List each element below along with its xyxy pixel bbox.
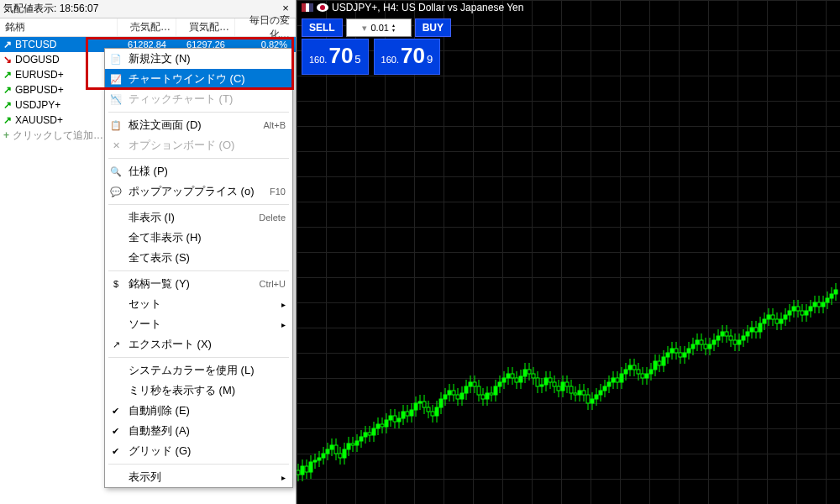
buy-price-prefix: 160. [381,55,399,65]
menu-item-label: 全て非表示 (H) [129,230,202,245]
lot-minus-icon[interactable]: ▾ [362,23,367,34]
buy-price-card[interactable]: 160. 70 9 [374,39,441,75]
menu-item[interactable]: ✔グリッド (G) [105,441,292,461]
svg-rect-231 [780,319,783,323]
svg-rect-147 [603,386,606,391]
svg-rect-95 [494,386,497,395]
menu-item-label: ミリ秒を表示する (M) [129,383,235,398]
menu-item[interactable]: 📈チャートウインドウ (C) [105,69,292,89]
svg-rect-137 [582,391,585,395]
panel-title: 気配値表示: 18:56:07 [3,2,98,16]
svg-rect-85 [473,382,476,386]
menu-item[interactable]: セット▸ [105,294,292,314]
menu-item[interactable]: 全て非表示 (H) [105,228,292,248]
sell-price-card[interactable]: 160. 70 5 [302,39,369,75]
svg-rect-191 [696,340,699,344]
svg-rect-21 [339,454,342,458]
svg-rect-131 [570,386,573,393]
svg-rect-109 [523,370,527,376]
svg-rect-223 [763,319,766,323]
menu-item-label: エクスポート (X) [129,337,212,352]
svg-rect-169 [649,370,653,374]
menu-item-label: グリッド (G) [129,444,191,459]
svg-rect-219 [754,328,758,332]
symbol-name: GBPUSD+ [15,84,64,96]
menu-item[interactable]: 表示列▸ [105,467,292,487]
svg-rect-1 [297,470,300,475]
svg-rect-7 [309,462,312,472]
svg-rect-57 [414,403,417,410]
buy-button[interactable]: BUY [415,18,451,37]
buy-price-big: 70 [401,43,425,69]
menu-item[interactable]: システムカラーを使用 (L) [105,360,292,381]
menu-shortcut: F10 [270,186,286,197]
svg-rect-89 [481,395,485,399]
menu-item[interactable]: ソート▸ [105,314,292,334]
arrow-up-icon: ↗ [3,84,12,96]
svg-rect-9 [313,460,317,462]
col-symbol[interactable]: 銘柄 [0,18,118,36]
svg-rect-207 [729,336,732,340]
menu-item[interactable]: 非表示 (I)Delete [105,207,292,228]
svg-rect-215 [746,332,749,336]
svg-rect-153 [616,378,619,382]
col-ask[interactable]: 買気配… [176,18,235,36]
col-change[interactable]: 毎日の変化… [235,18,296,36]
menu-item[interactable]: 📋板注文画面 (D)Alt+B [105,115,292,135]
menu-item[interactable]: 📄新規注文 (N) [105,49,292,69]
menu-item[interactable]: 全て表示 (S) [105,248,292,268]
menu-separator [108,204,289,205]
svg-rect-145 [599,391,602,395]
menu-item[interactable]: $銘柄一覧 (Y)Ctrl+U [105,274,292,294]
svg-rect-255 [830,294,833,298]
svg-rect-63 [427,407,430,412]
chart-panel[interactable]: USDJPY+, H4: US Dollar vs Japanese Yen S… [297,0,840,504]
svg-rect-127 [561,382,564,391]
menu-item[interactable]: ✔自動削除 (E) [105,401,292,421]
menu-item-label: 自動整列 (A) [129,423,190,438]
svg-rect-249 [817,302,821,307]
svg-rect-245 [809,307,812,311]
svg-rect-93 [490,393,493,395]
svg-rect-91 [486,393,489,399]
menu-item-label: 表示列 [129,470,161,485]
menu-separator [108,112,289,113]
svg-rect-81 [465,386,468,393]
svg-rect-141 [591,399,594,403]
col-bid[interactable]: 売気配… [118,18,176,36]
sell-price-sup: 5 [354,53,360,66]
check-icon: ✔ [112,426,119,437]
price-cards: 160. 70 5 160. 70 9 [302,39,440,75]
svg-rect-195 [704,344,707,349]
svg-rect-247 [813,302,816,307]
svg-rect-151 [612,378,615,382]
svg-rect-251 [822,302,825,307]
svg-rect-19 [334,445,338,454]
menu-item: ✕オプションボード (O) [105,135,292,155]
svg-rect-79 [460,393,464,399]
menu-separator [108,464,289,465]
sell-button[interactable]: SELL [302,18,343,37]
svg-rect-3 [301,466,304,475]
menu-item-label: 仕様 (P) [129,164,168,179]
menu-item-label: オプションボード (O) [129,138,234,153]
menu-item[interactable]: 🔍仕様 (P) [105,161,292,181]
menu-icon: 🔍 [109,165,123,178]
svg-rect-41 [381,424,384,427]
menu-item-label: ポップアッププライス (o) [129,184,255,199]
lot-input[interactable]: ▾ 0.01 ▴ ▾ [346,18,412,37]
plus-icon: + [3,129,9,141]
menu-item[interactable]: ミリ秒を表示する (M) [105,381,292,401]
svg-rect-173 [658,361,661,365]
arrow-up-icon: ↗ [3,69,12,81]
lot-down-icon[interactable]: ▾ [392,28,395,33]
svg-rect-175 [662,357,665,365]
svg-rect-201 [717,336,720,340]
svg-rect-149 [607,382,611,386]
menu-item[interactable]: ↗エクスポート (X) [105,334,292,354]
menu-item[interactable]: ✔自動整列 (A) [105,421,292,441]
symbol-name: EURUSD+ [15,69,64,81]
svg-rect-123 [553,382,556,386]
menu-item[interactable]: 💬ポップアッププライス (o)F10 [105,181,292,202]
menu-item-label: 銘柄一覧 (Y) [129,276,190,291]
